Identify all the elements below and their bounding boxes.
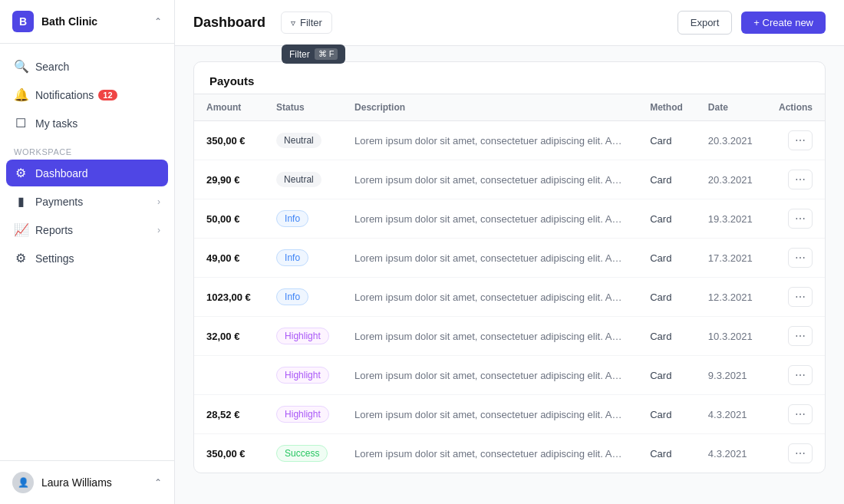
workspace-switcher[interactable]: B Bath Clinic ⌃ xyxy=(0,0,174,44)
cell-date: 19.3.2021 xyxy=(696,199,766,239)
cell-actions: ⋯ xyxy=(766,434,825,473)
status-badge: Highlight xyxy=(276,367,329,384)
avatar: 👤 xyxy=(12,472,34,493)
cell-method: Card xyxy=(638,395,696,434)
cell-amount xyxy=(194,356,264,395)
cell-date: 9.3.2021 xyxy=(696,356,766,395)
main-content: Dashboard ▿ Filter Filter ⌘ F Export + C… xyxy=(175,0,844,504)
workspace-section-label: Workspace xyxy=(6,138,168,160)
filter-shortcut: ⌘ F xyxy=(315,48,338,60)
filter-tooltip-text: Filter xyxy=(289,49,310,60)
cell-description: Lorem ipsum dolor sit amet, consectetuer… xyxy=(342,278,638,317)
cell-actions: ⋯ xyxy=(766,356,825,395)
filter-label: Filter xyxy=(300,17,322,28)
table-row: 49,00 € Info Lorem ipsum dolor sit amet,… xyxy=(194,239,825,278)
cell-method: Card xyxy=(638,356,696,395)
cell-status: Neutral xyxy=(264,160,342,199)
chevron-right-icon: › xyxy=(157,196,160,207)
cell-status: Info xyxy=(264,239,342,278)
tasks-icon: ☐ xyxy=(14,116,28,130)
status-badge: Highlight xyxy=(276,328,329,344)
tasks-label: My tasks xyxy=(35,117,77,130)
table-row: 1023,00 € Info Lorem ipsum dolor sit ame… xyxy=(194,278,825,317)
row-actions-button[interactable]: ⋯ xyxy=(788,365,813,385)
row-actions-button[interactable]: ⋯ xyxy=(788,130,813,150)
settings-icon: ⚙ xyxy=(14,251,28,265)
filter-tooltip: Filter ⌘ F xyxy=(282,44,345,64)
sidebar-item-notifications[interactable]: 🔔 Notifications 12 xyxy=(6,81,168,108)
cell-actions: ⋯ xyxy=(766,199,825,239)
cell-date: 4.3.2021 xyxy=(696,434,766,473)
row-actions-button[interactable]: ⋯ xyxy=(788,326,813,346)
reports-icon: 📈 xyxy=(14,222,28,237)
settings-label: Settings xyxy=(35,252,74,265)
cell-method: Card xyxy=(638,239,696,278)
table-row: 350,00 € Neutral Lorem ipsum dolor sit a… xyxy=(194,121,825,160)
cell-method: Card xyxy=(638,278,696,317)
cell-method: Card xyxy=(638,199,696,239)
workspace-name: Bath Clinic xyxy=(41,15,154,28)
user-name: Laura Williams xyxy=(41,476,154,489)
cell-status: Highlight xyxy=(264,356,342,395)
export-button[interactable]: Export xyxy=(678,11,733,35)
cell-method: Card xyxy=(638,317,696,356)
cell-status: Info xyxy=(264,278,342,317)
row-actions-button[interactable]: ⋯ xyxy=(788,404,813,424)
cell-method: Card xyxy=(638,121,696,160)
cell-method: Card xyxy=(638,434,696,473)
filter-icon: ▿ xyxy=(291,18,295,28)
cell-amount: 28,52 € xyxy=(194,395,264,434)
cell-actions: ⋯ xyxy=(766,239,825,278)
cell-date: 10.3.2021 xyxy=(696,317,766,356)
row-actions-button[interactable]: ⋯ xyxy=(788,443,813,463)
col-description: Description xyxy=(342,94,638,121)
sidebar-item-reports[interactable]: 📈 Reports › xyxy=(6,216,168,243)
cell-description: Lorem ipsum dolor sit amet, consectetuer… xyxy=(342,434,638,473)
sidebar-item-payments[interactable]: ▮ Payments › xyxy=(6,188,168,215)
status-badge: Neutral xyxy=(276,133,321,148)
status-badge: Highlight xyxy=(276,406,329,423)
search-label: Search xyxy=(35,61,69,73)
cell-date: 20.3.2021 xyxy=(696,121,766,160)
content-area: Payouts Amount Status Description Method… xyxy=(175,46,844,504)
col-actions: Actions xyxy=(766,94,825,121)
table-row: 29,90 € Neutral Lorem ipsum dolor sit am… xyxy=(194,160,825,199)
status-badge: Info xyxy=(276,288,308,305)
sidebar-item-tasks[interactable]: ☐ My tasks xyxy=(6,110,168,137)
search-icon: 🔍 xyxy=(14,59,28,74)
cell-date: 4.3.2021 xyxy=(696,395,766,434)
row-actions-button[interactable]: ⋯ xyxy=(788,287,813,307)
col-amount: Amount xyxy=(194,94,264,121)
col-method: Method xyxy=(638,94,696,121)
table-header-row: Payouts xyxy=(194,62,825,94)
payouts-table: Amount Status Description Method Date Ac… xyxy=(194,94,825,473)
row-actions-button[interactable]: ⋯ xyxy=(788,209,813,229)
cell-amount: 350,00 € xyxy=(194,434,264,473)
workspace-chevron-icon: ⌃ xyxy=(154,16,162,27)
dashboard-label: Dashboard xyxy=(35,167,88,180)
cell-date: 20.3.2021 xyxy=(696,160,766,199)
footer-chevron-icon: ⌃ xyxy=(154,477,162,488)
cell-description: Lorem ipsum dolor sit amet, consectetuer… xyxy=(342,160,638,199)
payouts-table-container: Payouts Amount Status Description Method… xyxy=(193,61,826,473)
cell-status: Highlight xyxy=(264,317,342,356)
create-new-button[interactable]: + Create new xyxy=(741,12,826,34)
row-actions-button[interactable]: ⋯ xyxy=(788,170,813,189)
sidebar-item-settings[interactable]: ⚙ Settings xyxy=(6,245,168,272)
chevron-right-icon-reports: › xyxy=(157,225,160,236)
col-status: Status xyxy=(264,94,342,121)
cell-actions: ⋯ xyxy=(766,395,825,434)
filter-button[interactable]: ▿ Filter Filter ⌘ F xyxy=(281,12,332,34)
col-date: Date xyxy=(696,94,766,121)
table-column-headers: Amount Status Description Method Date Ac… xyxy=(194,94,825,121)
cell-date: 12.3.2021 xyxy=(696,278,766,317)
payments-label: Payments xyxy=(35,196,83,208)
topbar: Dashboard ▿ Filter Filter ⌘ F Export + C… xyxy=(175,0,844,46)
row-actions-button[interactable]: ⋯ xyxy=(788,248,813,268)
sidebar-item-dashboard[interactable]: ⚙ Dashboard xyxy=(6,160,168,186)
cell-description: Lorem ipsum dolor sit amet, consectetuer… xyxy=(342,395,638,434)
user-profile-menu[interactable]: 👤 Laura Williams ⌃ xyxy=(0,460,174,504)
cell-description: Lorem ipsum dolor sit amet, consectetuer… xyxy=(342,239,638,278)
sidebar-item-search[interactable]: 🔍 Search xyxy=(6,53,168,80)
cell-description: Lorem ipsum dolor sit amet, consectetuer… xyxy=(342,121,638,160)
